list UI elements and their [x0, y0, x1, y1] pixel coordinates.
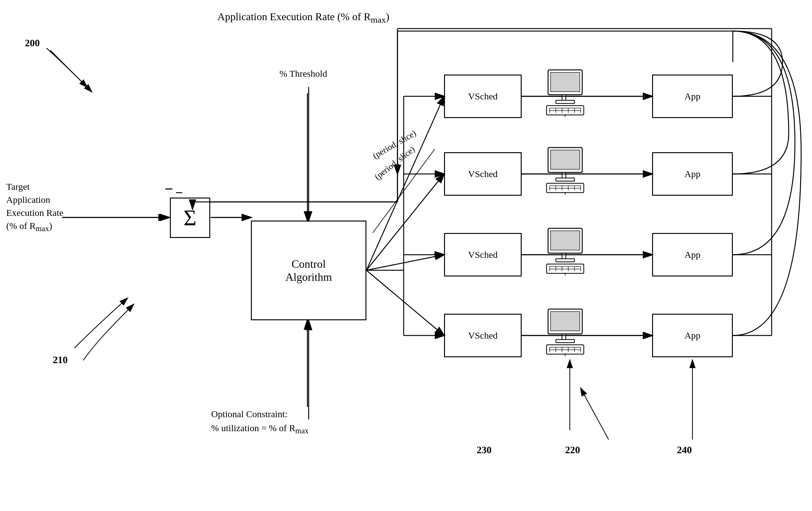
- sigma-symbol: Σ: [183, 205, 197, 231]
- threshold-label: % Threshold: [280, 68, 327, 79]
- sigma-box: Σ: [170, 198, 210, 238]
- app-label-2: App: [685, 169, 700, 179]
- svg-rect-61: [556, 340, 575, 343]
- svg-rect-49: [547, 264, 584, 273]
- svg-rect-33: [551, 150, 580, 169]
- svg-line-10: [367, 270, 444, 336]
- ref-230-label: 230: [476, 444, 492, 456]
- computer-icon-4: [545, 308, 591, 359]
- app-label-4: App: [685, 330, 700, 341]
- app-exec-rate-title: Application Execution Rate (% of Rmax): [218, 11, 389, 25]
- ref-220-label: 220: [565, 444, 580, 456]
- vsched-box-4: VSched: [444, 314, 522, 357]
- ref-200-label: 200: [25, 37, 40, 49]
- computer-icon-1: [545, 68, 591, 119]
- control-algorithm-label: ControlAlgorithm: [285, 257, 332, 284]
- svg-line-7: [367, 96, 444, 270]
- app-label-1: App: [685, 91, 700, 102]
- vsched-label-3: VSched: [468, 250, 498, 260]
- app-box-4: App: [652, 314, 733, 357]
- ref-240-label: 240: [677, 444, 692, 456]
- optional-constraint-label: Optional Constraint:% utilization = % of…: [211, 407, 309, 437]
- diagram-container: 200 Application Execution Rate (% of Rma…: [0, 0, 812, 511]
- svg-rect-36: [547, 183, 584, 193]
- vsched-box-3: VSched: [444, 233, 522, 277]
- vsched-label-2: VSched: [468, 169, 498, 179]
- vsched-label-4: VSched: [468, 330, 498, 341]
- app-box-1: App: [652, 75, 733, 118]
- app-box-3: App: [652, 233, 733, 277]
- computer-icon-3: [545, 227, 591, 278]
- vsched-box-1: VSched: [444, 75, 522, 118]
- vsched-label-1: VSched: [468, 91, 498, 102]
- control-algorithm-box: ControlAlgorithm: [251, 221, 367, 320]
- svg-rect-59: [551, 312, 580, 331]
- svg-rect-62: [547, 345, 584, 354]
- svg-rect-35: [556, 178, 575, 181]
- app-label-3: App: [685, 250, 700, 260]
- ref-210-label: 210: [53, 354, 68, 366]
- app-box-2: App: [652, 152, 733, 196]
- target-exec-rate-label: TargetApplicationExecution Rate(% of Rma…: [6, 180, 63, 234]
- svg-rect-22: [556, 100, 575, 104]
- svg-rect-23: [547, 106, 584, 115]
- computer-icon-2: [545, 146, 591, 197]
- minus-sign: −: [175, 185, 183, 200]
- vsched-box-2: VSched: [444, 152, 522, 196]
- svg-line-9: [367, 255, 444, 270]
- minus-label: −: [165, 180, 173, 197]
- svg-line-8: [367, 174, 444, 270]
- svg-rect-20: [551, 73, 580, 92]
- svg-rect-46: [551, 231, 580, 250]
- svg-rect-48: [556, 259, 575, 262]
